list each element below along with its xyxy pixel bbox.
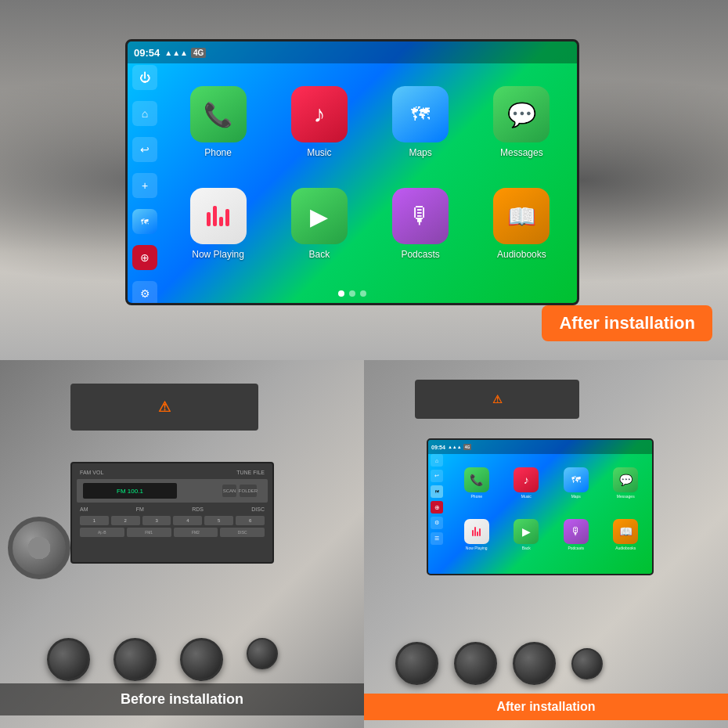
app-music[interactable]: ♪ Music bbox=[273, 76, 365, 168]
carplay-small-bg: 09:54 ▲▲▲ 4G ⌂ ↩ 🗺 ⊕ ⚙ ☰ bbox=[428, 440, 652, 574]
knob-ac bbox=[247, 638, 278, 669]
radio-fm: FM bbox=[136, 506, 144, 512]
side-icons-panel: ⏻ ⌂ ↩ + 🗺 ⊕ ⚙ ☰ bbox=[132, 65, 157, 305]
signal-icon: ▲▲▲ bbox=[164, 49, 188, 57]
dot-2 bbox=[349, 290, 355, 297]
small-back-app-icon: ▶ bbox=[514, 519, 539, 544]
small-app-maps: 🗺 Maps bbox=[553, 459, 600, 507]
phone-icon: 📞 bbox=[190, 86, 247, 142]
audiobooks-icon: 📖 bbox=[493, 188, 550, 244]
preset-2: 2 bbox=[111, 516, 140, 525]
small-nowplaying-label: Now Playing bbox=[466, 546, 488, 550]
knobs-before bbox=[47, 638, 278, 681]
top-vent-before: ⚠ bbox=[70, 384, 258, 431]
radio-scan-btn: SCAN bbox=[222, 485, 236, 497]
small-status-bar: 09:54 ▲▲▲ 4G bbox=[428, 440, 652, 454]
podcasts-icon: 🎙 bbox=[392, 188, 449, 244]
after-installation-badge-top: After installation bbox=[542, 305, 712, 341]
small-side-icons: ⌂ ↩ 🗺 ⊕ ⚙ ☰ bbox=[431, 454, 443, 545]
small-nowplaying-icon bbox=[464, 519, 489, 544]
small-music-icon: ♪ bbox=[514, 467, 539, 492]
small-app-messages: 💬 Messages bbox=[603, 459, 650, 507]
preset-1: 1 bbox=[80, 516, 109, 525]
small-podcasts-icon: 🎙 bbox=[564, 519, 589, 544]
small-back-icon: ↩ bbox=[431, 470, 443, 482]
small-4g: 4G bbox=[463, 444, 472, 450]
nowplaying-label: Now Playing bbox=[192, 249, 244, 260]
small-messages-label: Messages bbox=[617, 494, 635, 499]
after-installation-badge-bottom: After installation bbox=[364, 694, 728, 720]
knob-1 bbox=[47, 638, 90, 681]
app-messages[interactable]: 💬 Messages bbox=[476, 76, 568, 168]
small-app-phone: 📞 Phone bbox=[453, 459, 500, 507]
app-nowplaying[interactable]: Now Playing bbox=[172, 178, 264, 270]
preset-4: 4 bbox=[173, 516, 202, 525]
small-audiobooks-label: Audiobooks bbox=[615, 546, 636, 550]
small-signal: ▲▲▲ bbox=[448, 445, 462, 449]
mode-ab: A▷B bbox=[80, 528, 124, 537]
messages-label: Messages bbox=[500, 147, 543, 158]
after-knob-3 bbox=[513, 642, 556, 685]
small-audiobooks-icon: 📖 bbox=[613, 519, 638, 544]
carplay-screen-large: 09:54 ▲▲▲ 4G ⏻ ⌂ ↩ + 🗺 ⊕ ⚙ ☰ bbox=[125, 39, 579, 305]
network-badge: 4G bbox=[191, 48, 206, 58]
radio-display: FM 100.1 bbox=[83, 483, 177, 499]
after-knob-1 bbox=[395, 642, 438, 685]
preset-6: 6 bbox=[236, 516, 265, 525]
maps-side-icon: 🗺 bbox=[132, 209, 157, 234]
small-music-label: Music bbox=[521, 494, 532, 499]
radio-display-text: FM 100.1 bbox=[117, 488, 143, 495]
podcasts-label: Podcasts bbox=[401, 249, 439, 260]
knob-3 bbox=[180, 638, 223, 681]
home-icon: ⌂ bbox=[132, 101, 157, 126]
top-panel: 09:54 ▲▲▲ 4G ⏻ ⌂ ↩ + 🗺 ⊕ ⚙ ☰ bbox=[0, 0, 728, 360]
small-maps-icon: 🗺 bbox=[431, 485, 443, 498]
small-app-music: ♪ Music bbox=[503, 459, 550, 507]
small-time: 09:54 bbox=[431, 445, 445, 450]
bottom-panels: FAM VOL TUNE FILE FM 100.1 SCAN FOLDER A… bbox=[0, 360, 728, 728]
carplay-bg: 09:54 ▲▲▲ 4G ⏻ ⌂ ↩ + 🗺 ⊕ ⚙ ☰ bbox=[128, 41, 577, 303]
apps-grid-small: 📞 Phone ♪ Music 🗺 Maps 💬 bbox=[450, 456, 652, 562]
carplay-screen-small: 09:54 ▲▲▲ 4G ⌂ ↩ 🗺 ⊕ ⚙ ☰ bbox=[427, 438, 654, 575]
small-phone-icon: 📞 bbox=[464, 467, 489, 492]
radio-options-row: AM FM RDS DISC bbox=[77, 505, 268, 514]
audiobooks-label: Audiobooks bbox=[497, 249, 546, 260]
mode-fm2: FM2 bbox=[174, 528, 218, 537]
radio-label-tune-file: TUNE FILE bbox=[236, 470, 265, 475]
apps-grid: 📞 Phone ♪ Music 🗺 Maps 💬 Messages bbox=[163, 67, 577, 279]
small-app-podcasts: 🎙 Podcasts bbox=[553, 510, 600, 559]
small-back-label: Back bbox=[522, 546, 531, 550]
page-dots bbox=[128, 290, 577, 297]
small-maps-label: Maps bbox=[571, 494, 581, 499]
power-icon: ⏻ bbox=[132, 65, 157, 90]
radio-folder-btn: FOLDER bbox=[240, 485, 257, 497]
radio-am: AM bbox=[80, 506, 88, 512]
nowplaying-icon bbox=[190, 188, 247, 244]
old-radio-unit: FAM VOL TUNE FILE FM 100.1 SCAN FOLDER A… bbox=[70, 462, 274, 564]
back-icon: ▶ bbox=[291, 188, 348, 244]
app-audiobooks[interactable]: 📖 Audiobooks bbox=[476, 178, 568, 270]
small-home-icon: ⌂ bbox=[431, 454, 443, 467]
messages-icon: 💬 bbox=[493, 86, 550, 142]
dot-3 bbox=[360, 290, 366, 297]
steering-wheel bbox=[8, 517, 70, 579]
music-icon: ♪ bbox=[291, 86, 348, 142]
back-nav-icon: ↩ bbox=[132, 137, 157, 162]
app-podcasts[interactable]: 🎙 Podcasts bbox=[375, 178, 467, 270]
plus-icon: + bbox=[132, 173, 157, 198]
small-menu-icon: ☰ bbox=[431, 532, 443, 545]
before-label: Before installation bbox=[0, 683, 364, 715]
time-display: 09:54 bbox=[134, 47, 160, 59]
music-label: Music bbox=[307, 147, 331, 158]
status-bar: 09:54 ▲▲▲ 4G bbox=[128, 41, 577, 63]
hazard-icon-after: ⚠ bbox=[492, 393, 503, 405]
hazard-icon: ⚠ bbox=[158, 398, 171, 416]
before-panel: FAM VOL TUNE FILE FM 100.1 SCAN FOLDER A… bbox=[0, 360, 364, 728]
knob-2 bbox=[114, 638, 157, 681]
app-phone[interactable]: 📞 Phone bbox=[172, 76, 264, 168]
app-back[interactable]: ▶ Back bbox=[273, 178, 365, 270]
app-maps[interactable]: 🗺 Maps bbox=[375, 76, 467, 168]
radio-label-fam-vol: FAM VOL bbox=[80, 470, 103, 475]
small-settings-icon: ⚙ bbox=[431, 517, 443, 529]
preset-5: 5 bbox=[204, 516, 233, 525]
